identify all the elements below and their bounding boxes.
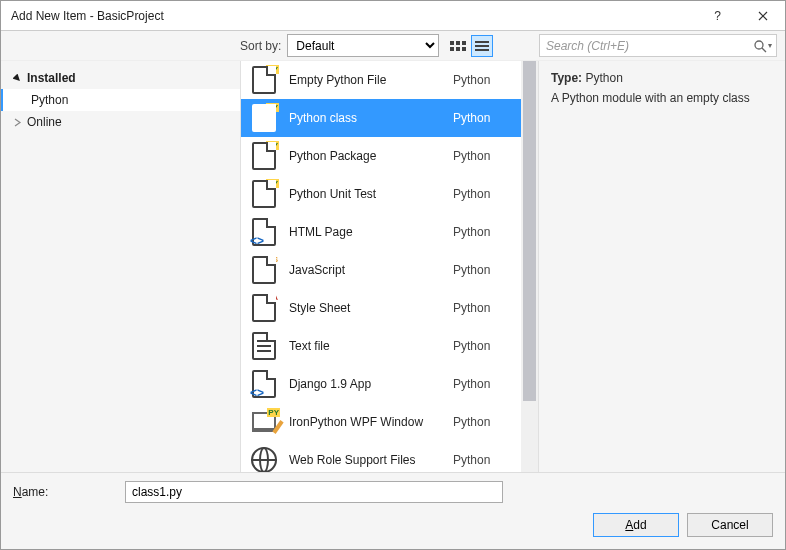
list-item[interactable]: PY Python Package Python	[241, 137, 521, 175]
search-icon	[753, 39, 767, 53]
item-name: Python class	[279, 111, 453, 125]
window-title: Add New Item - BasicProject	[1, 9, 695, 23]
list-item[interactable]: PY Empty Python File Python	[241, 61, 521, 99]
svg-line-1	[762, 48, 766, 52]
expander-icon	[11, 118, 23, 127]
item-name: Python Package	[279, 149, 453, 163]
item-name: Text file	[279, 339, 453, 353]
dropdown-icon: ▾	[768, 41, 772, 50]
expander-icon	[11, 74, 23, 83]
toolbar: Sort by: Default ▾	[1, 31, 785, 61]
detail-type-value: Python	[585, 71, 622, 85]
item-category: Python	[453, 377, 513, 391]
item-category: Python	[453, 415, 513, 429]
css-file-icon: A	[252, 294, 276, 322]
name-input[interactable]	[125, 481, 503, 503]
list-icon	[475, 41, 489, 51]
view-list-button[interactable]	[471, 35, 493, 57]
list-item[interactable]: <> HTML Page Python	[241, 213, 521, 251]
template-list[interactable]: PY Empty Python File Python PY Python cl…	[241, 61, 521, 472]
grid-icon	[450, 41, 466, 51]
view-grid-button[interactable]	[447, 35, 469, 57]
item-name: Python Unit Test	[279, 187, 453, 201]
list-item[interactable]: JS JavaScript Python	[241, 251, 521, 289]
item-name: IronPython WPF Window	[279, 415, 453, 429]
list-item[interactable]: A Style Sheet Python	[241, 289, 521, 327]
item-name: Style Sheet	[279, 301, 453, 315]
python-file-icon: PY	[252, 180, 276, 208]
close-icon	[758, 11, 768, 21]
js-file-icon: JS	[252, 256, 276, 284]
cancel-button[interactable]: Cancel	[687, 513, 773, 537]
search-button[interactable]: ▾	[749, 35, 775, 56]
item-category: Python	[453, 149, 513, 163]
python-file-icon: PY	[252, 104, 276, 132]
python-file-icon: PY	[252, 66, 276, 94]
tree-online[interactable]: Online	[1, 111, 240, 133]
detail-panel: Type: Python A Python module with an emp…	[539, 61, 785, 472]
list-item[interactable]: PY Python Unit Test Python	[241, 175, 521, 213]
item-name: Django 1.9 App	[279, 377, 453, 391]
detail-type-label: Type:	[551, 71, 582, 85]
item-category: Python	[453, 187, 513, 201]
wpf-window-icon: PY	[252, 412, 276, 432]
item-category: Python	[453, 301, 513, 315]
item-name: Web Role Support Files	[279, 453, 453, 467]
sort-by-select[interactable]: Default	[287, 34, 439, 57]
add-button[interactable]: Add	[593, 513, 679, 537]
item-category: Python	[453, 339, 513, 353]
globe-icon	[251, 447, 277, 472]
tree-installed[interactable]: Installed	[1, 67, 240, 89]
item-category: Python	[453, 225, 513, 239]
item-category: Python	[453, 453, 513, 467]
item-category: Python	[453, 263, 513, 277]
scrollbar[interactable]	[521, 61, 538, 472]
tree-python[interactable]: Python	[1, 89, 240, 111]
list-item[interactable]: Web Role Support Files Python	[241, 441, 521, 472]
name-label: Name:	[13, 485, 125, 499]
titlebar: Add New Item - BasicProject ?	[1, 1, 785, 31]
html-file-icon: <>	[252, 218, 276, 246]
help-button[interactable]: ?	[695, 1, 740, 31]
list-item[interactable]: PY IronPython WPF Window Python	[241, 403, 521, 441]
dialog-window: Add New Item - BasicProject ? Sort by: D…	[0, 0, 786, 550]
bottom-bar: Name: Add Cancel	[1, 472, 785, 549]
list-item[interactable]: <> Django 1.9 App Python	[241, 365, 521, 403]
item-name: HTML Page	[279, 225, 453, 239]
sort-by-label: Sort by:	[240, 39, 287, 53]
django-file-icon: <>	[252, 370, 276, 398]
list-item[interactable]: PY Python class Python	[241, 99, 521, 137]
svg-point-0	[755, 41, 763, 49]
list-item[interactable]: Text file Python	[241, 327, 521, 365]
detail-description: A Python module with an empty class	[551, 91, 773, 105]
text-file-icon	[252, 332, 276, 360]
item-category: Python	[453, 73, 513, 87]
category-tree: Installed Python Online	[1, 61, 240, 472]
python-file-icon: PY	[252, 142, 276, 170]
item-category: Python	[453, 111, 513, 125]
close-button[interactable]	[740, 1, 785, 31]
scrollbar-thumb[interactable]	[523, 61, 536, 401]
item-name: Empty Python File	[279, 73, 453, 87]
search-input[interactable]	[539, 34, 777, 57]
item-name: JavaScript	[279, 263, 453, 277]
